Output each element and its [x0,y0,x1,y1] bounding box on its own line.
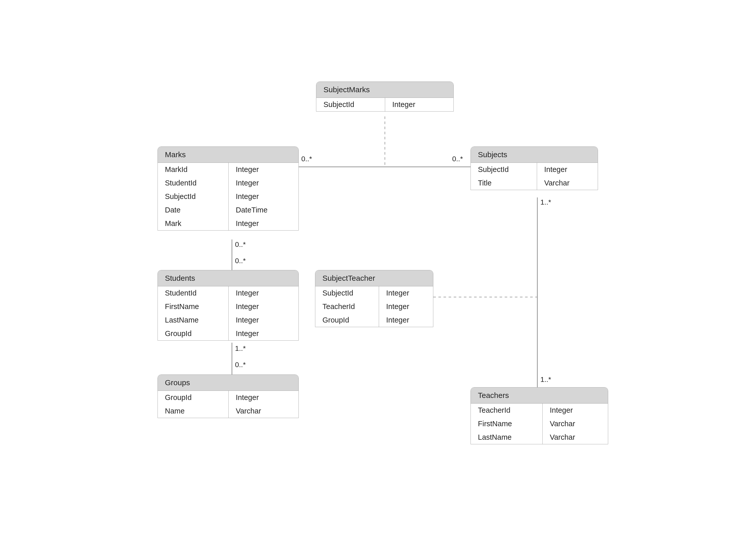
multiplicity-label: 1..* [540,198,551,206]
table-row: Date DateTime [158,203,299,217]
column-type: Varchar [229,404,299,418]
column-name: SubjectId [315,286,379,300]
entity-title: SubjectTeacher [315,270,433,286]
entity-rows: SubjectId Integer [316,98,453,111]
entity-rows: GroupId Integer Name Varchar [158,391,299,418]
table-row: SubjectId Integer [158,190,299,203]
column-name: SubjectId [471,163,537,176]
multiplicity-label: 0..* [235,240,246,249]
entity-rows: SubjectId Integer Title Varchar [471,163,598,190]
table-row: FirstName Varchar [471,417,608,431]
column-name: Title [471,176,537,190]
entity-teachers[interactable]: Teachers TeacherId Integer FirstName Var… [471,387,608,444]
er-diagram-canvas: SubjectMarks SubjectId Integer Marks Mar… [0,0,756,535]
entity-title: Students [158,270,299,286]
entity-rows: SubjectId Integer TeacherId Integer Grou… [315,286,433,327]
column-type: Varchar [543,431,608,444]
column-name: GroupId [315,313,379,327]
entity-title: Marks [158,147,299,163]
column-name: Mark [158,217,229,230]
table-row: SubjectId Integer [315,286,433,300]
multiplicity-label: 1..* [235,345,246,352]
table-row: GroupId Integer [158,391,299,404]
column-name: LastName [471,431,543,444]
entity-subjects[interactable]: Subjects SubjectId Integer Title Varchar [471,147,598,190]
column-type: Integer [379,300,433,313]
table-row: SubjectId Integer [471,163,598,176]
column-type: Integer [537,163,598,176]
column-type: Integer [543,404,608,417]
column-name: StudentId [158,286,229,300]
column-name: StudentId [158,176,229,190]
column-name: GroupId [158,391,229,404]
table-row: LastName Varchar [471,431,608,444]
column-name: TeacherId [471,404,543,417]
connectors [0,0,756,535]
entity-students[interactable]: Students StudentId Integer FirstName Int… [158,270,299,341]
table-row: GroupId Integer [158,327,299,340]
table-row: SubjectId Integer [316,98,453,111]
table-row: GroupId Integer [315,313,433,327]
column-name: GroupId [158,327,229,340]
table-row: StudentId Integer [158,176,299,190]
table-row: StudentId Integer [158,286,299,300]
column-name: Name [158,404,229,418]
entity-title: Groups [158,375,299,391]
table-row: LastName Integer [158,313,299,327]
table-row: Title Varchar [471,176,598,190]
table-row: Mark Integer [158,217,299,230]
column-name: MarkId [158,163,229,176]
multiplicity-label: 0..* [235,257,246,265]
column-type: Integer [385,98,453,111]
column-type: Varchar [543,417,608,431]
entity-title: SubjectMarks [316,82,453,98]
multiplicity-label: 0..* [235,361,246,369]
entity-subjectteacher[interactable]: SubjectTeacher SubjectId Integer Teacher… [315,270,433,327]
column-name: SubjectId [316,98,385,111]
column-type: DateTime [229,203,299,217]
table-row: TeacherId Integer [471,404,608,417]
column-name: FirstName [158,300,229,313]
entity-title: Teachers [471,387,608,404]
column-name: TeacherId [315,300,379,313]
column-type: Integer [229,176,299,190]
column-type: Integer [229,391,299,404]
entity-rows: TeacherId Integer FirstName Varchar Last… [471,404,608,444]
column-type: Integer [229,313,299,327]
column-type: Integer [229,217,299,230]
column-type: Integer [229,300,299,313]
multiplicity-label: 0..* [452,155,463,163]
entity-rows: StudentId Integer FirstName Integer Last… [158,286,299,340]
column-name: FirstName [471,417,543,431]
column-name: Date [158,203,229,217]
entity-subjectmarks[interactable]: SubjectMarks SubjectId Integer [316,81,454,112]
multiplicity-label: 1..* [540,376,551,384]
column-name: LastName [158,313,229,327]
column-type: Integer [229,327,299,340]
multiplicity-label: 0..* [301,155,312,163]
table-row: FirstName Integer [158,300,299,313]
column-type: Integer [229,286,299,300]
entity-marks[interactable]: Marks MarkId Integer StudentId Integer S… [158,147,299,231]
entity-rows: MarkId Integer StudentId Integer Subject… [158,163,299,230]
entity-groups[interactable]: Groups GroupId Integer Name Varchar [158,375,299,418]
column-type: Integer [379,286,433,300]
table-row: Name Varchar [158,404,299,418]
column-type: Integer [229,190,299,203]
column-type: Varchar [537,176,598,190]
entity-title: Subjects [471,147,598,163]
column-type: Integer [229,163,299,176]
column-type: Integer [379,313,433,327]
table-row: MarkId Integer [158,163,299,176]
table-row: TeacherId Integer [315,300,433,313]
column-name: SubjectId [158,190,229,203]
